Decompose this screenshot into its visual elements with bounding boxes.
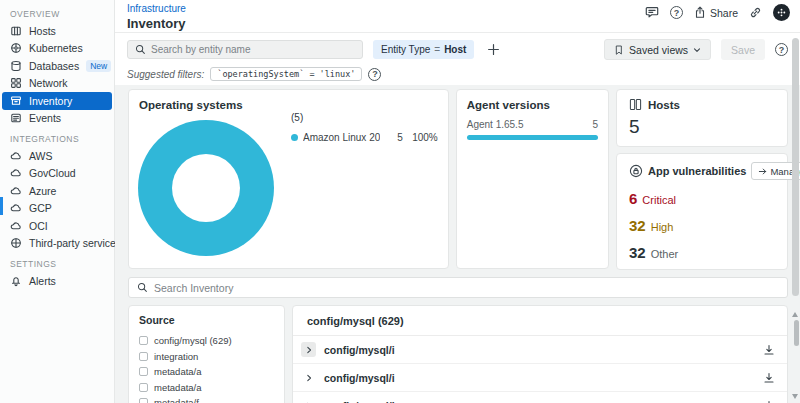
add-filter-button[interactable]: [484, 41, 502, 59]
expand-chevron-icon[interactable]: [301, 398, 316, 403]
critical-label: Critical: [642, 194, 676, 206]
feedback-icon[interactable]: [645, 6, 659, 19]
checkbox[interactable]: [139, 336, 148, 345]
chip-value: Host: [444, 44, 466, 55]
inventory-search-field[interactable]: [128, 277, 788, 298]
sidebar-item-network[interactable]: Network: [0, 75, 114, 93]
sidebar-item-databases[interactable]: Databases New: [0, 57, 114, 75]
vuln-row-other[interactable]: 32 Other: [629, 244, 775, 261]
checkbox[interactable]: [139, 367, 148, 376]
vulnerability-lock-icon: [629, 164, 643, 178]
sidebar-item-label: Events: [29, 112, 104, 124]
filter-chip-entity-type[interactable]: Entity Type = Host: [373, 40, 474, 59]
legend-label: Amazon Linux 2023.8.2...: [303, 132, 380, 143]
source-item-metadata[interactable]: metadata/a: [139, 380, 274, 396]
link-icon[interactable]: [749, 6, 762, 19]
table-row[interactable]: config/mysql/i: [293, 336, 787, 364]
sidebar-section-integrations: INTEGRATIONS: [0, 127, 114, 147]
source-item-metadata[interactable]: metadata/a: [139, 364, 274, 380]
expand-chevron-icon[interactable]: [301, 370, 316, 385]
scroll-down-arrow[interactable]: [792, 394, 798, 399]
vuln-row-high[interactable]: 32 High: [629, 217, 775, 234]
chip-field: Entity Type: [381, 44, 430, 55]
network-icon: [10, 77, 22, 89]
sidebar-item-govcloud[interactable]: GovCloud: [0, 165, 114, 183]
help-icon-saved-views[interactable]: ?: [775, 43, 788, 56]
sidebar-item-label: Inventory: [29, 95, 104, 107]
suggested-filters-label: Suggested filters:: [127, 69, 204, 80]
sidebar-item-label: Third-party services: [29, 237, 121, 249]
agent-version-count: 5: [592, 119, 598, 130]
cloud-icon: [10, 185, 22, 197]
checkbox[interactable]: [139, 398, 148, 403]
legend-total: (5): [291, 112, 438, 123]
sidebar-item-third-party-services[interactable]: Third-party services: [0, 235, 114, 253]
source-item-config-mysql[interactable]: config/mysql (629): [139, 333, 274, 349]
source-item-label: metadata/a: [154, 366, 202, 377]
cloud-icon: [10, 202, 22, 214]
sidebar-item-events[interactable]: Events: [0, 110, 114, 128]
download-icon[interactable]: [763, 344, 775, 356]
os-legend: (5) Amazon Linux 2023.8.2... 5 100%: [291, 112, 438, 143]
checkbox[interactable]: [139, 383, 148, 392]
content-area: Operating systems (5) Amazon Linux 2023.…: [115, 85, 800, 403]
cloud-icon: [10, 167, 22, 179]
cloud-icon: [10, 150, 22, 162]
source-item-metadata[interactable]: metadata/f: [139, 395, 274, 403]
critical-count: 6: [629, 190, 637, 207]
database-icon: [10, 60, 22, 72]
other-count: 32: [629, 244, 646, 261]
checkbox[interactable]: [139, 352, 148, 361]
share-icon: [694, 6, 706, 19]
inventory-icon: [10, 95, 22, 107]
source-item-integration[interactable]: integration: [139, 349, 274, 365]
sidebar-item-label: Alerts: [29, 275, 104, 287]
inner-scrollbar-thumb[interactable]: [794, 320, 799, 346]
help-icon-suggested[interactable]: ?: [368, 68, 381, 81]
save-button[interactable]: Save: [721, 39, 765, 60]
agent-version-bar[interactable]: [467, 135, 598, 140]
saved-views-button[interactable]: Saved views: [604, 39, 711, 60]
sidebar-item-alerts[interactable]: Alerts: [0, 272, 114, 290]
scroll-up-arrow[interactable]: [792, 312, 798, 317]
sidebar-item-label: AWS: [29, 150, 104, 162]
hosts-card: Hosts 5: [616, 89, 788, 147]
legend-item[interactable]: Amazon Linux 2023.8.2... 5 100%: [291, 132, 438, 143]
row-label: config/mysql/i: [324, 372, 755, 384]
sidebar-item-label: Databases: [29, 60, 79, 72]
vuln-row-critical[interactable]: 6 Critical: [629, 190, 775, 207]
download-icon[interactable]: [763, 372, 775, 384]
sidebar-item-label: OCI: [29, 220, 104, 232]
entity-search-field[interactable]: [127, 40, 363, 59]
table-row[interactable]: config/mysql/i: [293, 364, 787, 392]
table-row[interactable]: config/mysql/i: [293, 392, 787, 403]
chevron-down-icon: [693, 46, 701, 54]
sidebar-item-label: GovCloud: [29, 167, 104, 179]
expand-chevron-icon[interactable]: [301, 342, 316, 357]
os-donut-chart[interactable]: [138, 120, 274, 256]
suggested-filter-chip[interactable]: `operatingSystem` = 'linux': [210, 67, 362, 81]
row-label: config/mysql/i: [324, 400, 755, 403]
sidebar-item-kubernetes[interactable]: Kubernetes: [0, 40, 114, 58]
download-icon[interactable]: [763, 400, 775, 403]
sidebar-item-aws[interactable]: AWS: [0, 147, 114, 165]
sidebar-item-inventory[interactable]: Inventory: [2, 92, 112, 110]
main-scrollbar[interactable]: [792, 36, 799, 403]
sidebar-item-hosts[interactable]: Hosts: [0, 22, 114, 40]
share-label: Share: [710, 7, 738, 19]
bookmark-icon: [614, 44, 624, 56]
hosts-icon: [629, 98, 642, 111]
source-title: Source: [139, 314, 274, 326]
assistant-avatar-button[interactable]: [773, 4, 790, 21]
sidebar-item-azure[interactable]: Azure: [0, 182, 114, 200]
scrollbar-thumb[interactable]: [792, 38, 799, 296]
sidebar: OVERVIEW Hosts Kubernetes Databases New …: [0, 0, 115, 403]
sidebar-item-label: Hosts: [29, 25, 104, 37]
sidebar-item-gcp[interactable]: GCP: [0, 200, 114, 218]
help-icon[interactable]: ?: [670, 6, 683, 19]
source-item-label: integration: [154, 351, 198, 362]
inventory-search-input[interactable]: [154, 282, 779, 294]
share-button[interactable]: Share: [694, 6, 738, 19]
entity-search-input[interactable]: [151, 44, 355, 55]
sidebar-item-oci[interactable]: OCI: [0, 217, 114, 235]
